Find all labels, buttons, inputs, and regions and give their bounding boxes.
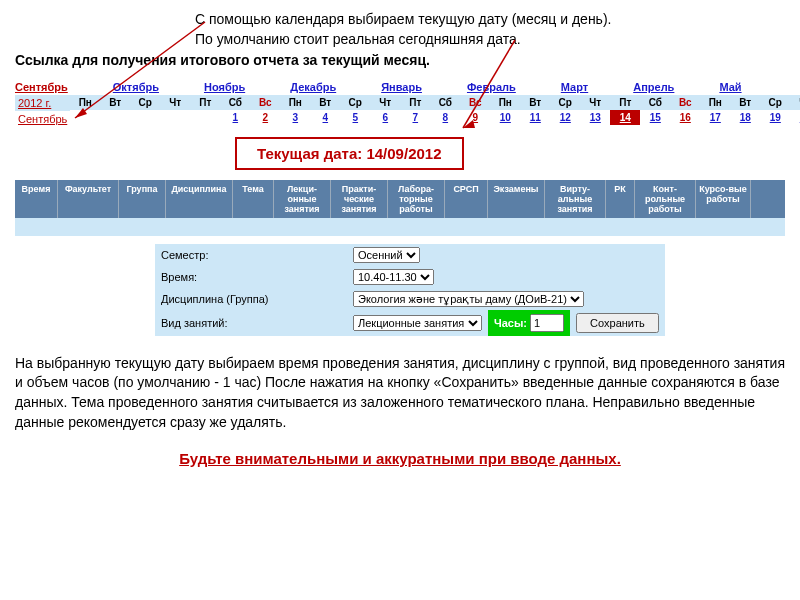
- weekday-cell: Пн: [490, 95, 520, 110]
- weekday-cell: Ср: [760, 95, 790, 110]
- weekday-cell: Пн: [280, 95, 310, 110]
- weekday-cell: Чт: [790, 95, 800, 110]
- schedule-col-header: Экзамены: [488, 180, 545, 218]
- weekday-cell: Пн: [70, 95, 100, 110]
- weekday-cell: Вт: [310, 95, 340, 110]
- save-button[interactable]: Сохранить: [576, 313, 659, 333]
- entry-form: Семестр: Осенний Время: 10.40-11.30 Дисц…: [155, 244, 665, 336]
- schedule-col-header: Вирту-альные занятия: [545, 180, 606, 218]
- body-explanation: На выбранную текущую дату выбираем время…: [15, 354, 785, 432]
- weekday-cell: Вт: [520, 95, 550, 110]
- day-link[interactable]: 4: [310, 110, 340, 125]
- day-link[interactable]: 18: [730, 110, 760, 125]
- calendar: 2012 г. Сентябрь ПнВтСрЧтПтСбВсПнВтСрЧтП…: [15, 95, 785, 127]
- schedule-col-header: Тема: [233, 180, 274, 218]
- top-instructions: С помощью календаря выбираем текущую дат…: [15, 10, 785, 71]
- schedule-header: ВремяФакультетГруппаДисциплинаТемаЛекци-…: [15, 180, 785, 218]
- day-link[interactable]: 15: [640, 110, 670, 125]
- day-link[interactable]: 13: [580, 110, 610, 125]
- hours-input[interactable]: [530, 314, 564, 332]
- day-link[interactable]: 6: [370, 110, 400, 125]
- weekday-cell: Сб: [430, 95, 460, 110]
- day-link[interactable]: 2: [250, 110, 280, 125]
- schedule-empty-row: [15, 218, 785, 236]
- weekday-cell: Вт: [100, 95, 130, 110]
- instruction-line-1: С помощью календаря выбираем текущую дат…: [195, 10, 785, 30]
- schedule-col-header: РК: [606, 180, 635, 218]
- month-link-sep[interactable]: Сентябрь: [15, 81, 68, 93]
- month-link-jan[interactable]: Январь: [381, 81, 422, 93]
- type-select[interactable]: Лекционные занятия: [353, 315, 482, 331]
- schedule-col-header: Дисциплина: [166, 180, 233, 218]
- schedule-col-header: Группа: [119, 180, 166, 218]
- current-date-text: Текущая дата: 14/09/2012: [257, 145, 442, 162]
- year-link[interactable]: 2012 г.: [15, 95, 70, 111]
- day-link[interactable]: 14: [610, 110, 640, 125]
- day-empty: [160, 110, 190, 125]
- weekday-cell: Чт: [580, 95, 610, 110]
- schedule-col-header: Лабора-торные работы: [388, 180, 445, 218]
- schedule-col-header: Курсо-вые работы: [696, 180, 751, 218]
- weekday-cell: Ср: [340, 95, 370, 110]
- month-link-mar[interactable]: Март: [561, 81, 588, 93]
- day-link[interactable]: 1: [220, 110, 250, 125]
- selected-month-link[interactable]: Сентябрь: [15, 111, 70, 127]
- schedule-col-header: Лекци-онные занятия: [274, 180, 331, 218]
- discipline-label: Дисциплина (Группа): [155, 288, 347, 310]
- schedule-col-header: СРСП: [445, 180, 488, 218]
- type-label: Вид занятий:: [155, 310, 347, 336]
- day-empty: [130, 110, 160, 125]
- schedule-col-header: Факультет: [58, 180, 119, 218]
- weekday-header: ПнВтСрЧтПтСбВсПнВтСрЧтПтСбВсПнВтСрЧтПтСб…: [70, 95, 800, 110]
- hours-cell: Часы:: [488, 310, 570, 336]
- warning-text: Будьте внимательными и аккуратными при в…: [15, 450, 785, 467]
- weekday-cell: Пт: [400, 95, 430, 110]
- hours-label: Часы:: [494, 317, 527, 329]
- day-link[interactable]: 10: [490, 110, 520, 125]
- weekday-cell: Вс: [250, 95, 280, 110]
- weekday-cell: Ср: [130, 95, 160, 110]
- day-link[interactable]: 16: [670, 110, 700, 125]
- weekday-cell: Вс: [460, 95, 490, 110]
- month-link-oct[interactable]: Октябрь: [113, 81, 159, 93]
- month-link-feb[interactable]: Февраль: [467, 81, 516, 93]
- schedule-col-header: Практи-ческие занятия: [331, 180, 388, 218]
- day-link[interactable]: 8: [430, 110, 460, 125]
- day-link[interactable]: 17: [700, 110, 730, 125]
- instruction-line-2: По умолчанию стоит реальная сегодняшняя …: [195, 30, 785, 50]
- month-link-apr[interactable]: Апрель: [633, 81, 674, 93]
- weekday-cell: Сб: [640, 95, 670, 110]
- schedule-col-header: Конт-рольные работы: [635, 180, 696, 218]
- instruction-bold: Ссылка для получения итогового отчета за…: [15, 51, 785, 71]
- month-tabs: Сентябрь Октябрь Ноябрь Декабрь Январь Ф…: [15, 81, 785, 93]
- day-link[interactable]: 12: [550, 110, 580, 125]
- day-empty: [70, 110, 100, 125]
- day-empty: [190, 110, 220, 125]
- weekday-cell: Чт: [370, 95, 400, 110]
- day-link[interactable]: 9: [460, 110, 490, 125]
- month-link-may[interactable]: Май: [719, 81, 741, 93]
- month-link-dec[interactable]: Декабрь: [290, 81, 336, 93]
- weekday-cell: Ср: [550, 95, 580, 110]
- day-link[interactable]: 7: [400, 110, 430, 125]
- day-link[interactable]: 19: [760, 110, 790, 125]
- semester-select[interactable]: Осенний: [353, 247, 420, 263]
- day-link[interactable]: 20: [790, 110, 800, 125]
- discipline-select[interactable]: Экология және тұрақты даму (ДОиВ-21): [353, 291, 584, 307]
- weekday-cell: Вт: [730, 95, 760, 110]
- weekday-cell: Чт: [160, 95, 190, 110]
- weekday-cell: Вс: [670, 95, 700, 110]
- time-select[interactable]: 10.40-11.30: [353, 269, 434, 285]
- month-link-nov[interactable]: Ноябрь: [204, 81, 245, 93]
- year-column: 2012 г. Сентябрь: [15, 95, 70, 127]
- day-link[interactable]: 11: [520, 110, 550, 125]
- weekday-cell: Пт: [610, 95, 640, 110]
- day-link[interactable]: 5: [340, 110, 370, 125]
- days-row: 1234567891011121314151617181920: [70, 110, 800, 125]
- current-date-box: Текущая дата: 14/09/2012: [235, 137, 464, 170]
- weekday-cell: Пн: [700, 95, 730, 110]
- weekday-cell: Сб: [220, 95, 250, 110]
- weekday-cell: Пт: [190, 95, 220, 110]
- day-link[interactable]: 3: [280, 110, 310, 125]
- schedule-col-header: Время: [15, 180, 58, 218]
